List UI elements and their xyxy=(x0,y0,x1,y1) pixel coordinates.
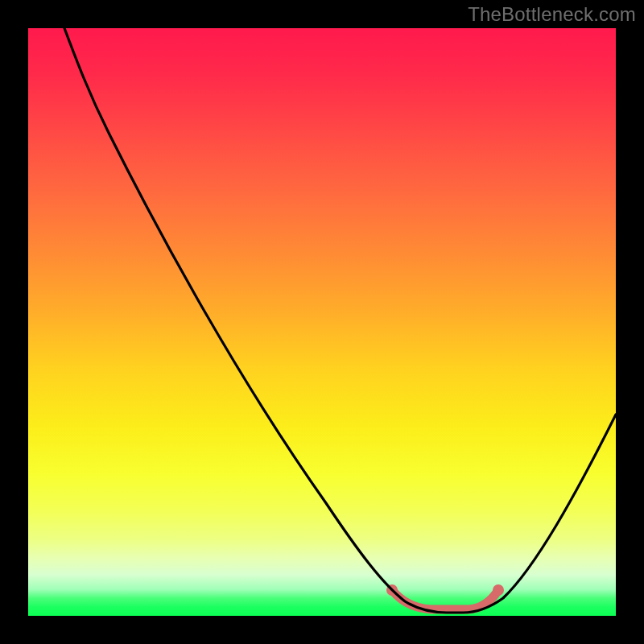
optimal-range-highlight xyxy=(392,590,498,609)
bottleneck-curve xyxy=(64,28,616,613)
chart-frame: TheBottleneck.com xyxy=(0,0,644,644)
watermark-label: TheBottleneck.com xyxy=(468,3,636,26)
plot-area xyxy=(28,28,616,616)
curve-layer xyxy=(28,28,616,616)
optimal-range-end-dot xyxy=(493,584,504,596)
